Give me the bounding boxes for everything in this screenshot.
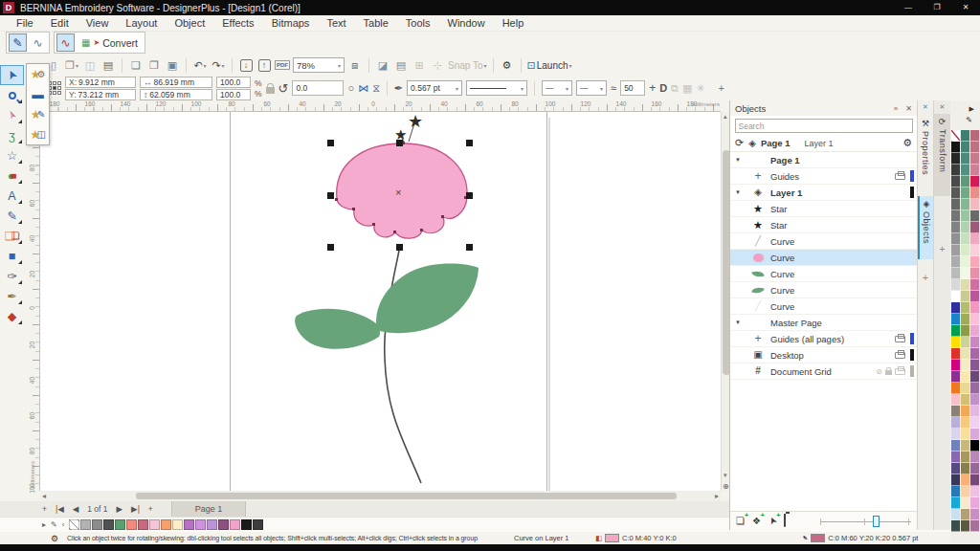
palette-swatch[interactable] xyxy=(961,256,969,268)
palette-swatch[interactable] xyxy=(970,165,979,176)
object-row-guides-all-pages-[interactable]: +Guides (all pages) xyxy=(730,331,917,347)
palette-swatch[interactable] xyxy=(951,268,960,279)
mirror-horizontal-button[interactable]: ⋈ xyxy=(358,83,368,94)
palette-swatch[interactable] xyxy=(951,176,960,187)
menu-window[interactable]: Window xyxy=(439,16,494,30)
object-row-curve[interactable]: Curve xyxy=(730,282,917,298)
palette-swatch[interactable] xyxy=(951,165,960,176)
fit-page-button[interactable]: ⧈ xyxy=(347,56,363,74)
outline-color-swatch[interactable] xyxy=(811,534,825,542)
expand-arrow-icon[interactable]: ▼ xyxy=(730,320,746,325)
palette-swatch[interactable] xyxy=(951,142,960,153)
palette-swatch[interactable] xyxy=(961,165,969,176)
add-docker-button[interactable]: + xyxy=(934,244,950,254)
palette-swatch[interactable] xyxy=(184,519,194,530)
palette-swatch[interactable] xyxy=(970,233,979,245)
palette-swatch[interactable] xyxy=(970,497,979,509)
object-row-document-grid[interactable]: #Document Grid⊘ xyxy=(730,364,917,380)
palette-swatch[interactable] xyxy=(149,519,160,530)
objects-search-input[interactable] xyxy=(735,119,913,133)
palette-swatch[interactable] xyxy=(961,153,969,165)
layer-color-bar[interactable] xyxy=(910,170,914,182)
object-width-field[interactable]: ↔86.919 mm xyxy=(140,77,212,88)
line-style-combo[interactable]: ▾ xyxy=(466,80,527,96)
palette-swatch[interactable] xyxy=(970,509,979,520)
palette-swatch[interactable] xyxy=(951,245,960,256)
convert-button[interactable]: ▦➤Convert xyxy=(77,33,143,52)
export-button[interactable]: ↑ xyxy=(256,56,272,74)
prev-page-button[interactable]: ◀ xyxy=(73,504,79,514)
opacity-slider[interactable] xyxy=(820,515,911,528)
last-page-button[interactable]: ▶| xyxy=(131,504,140,514)
mirror-vertical-button[interactable]: ⧖ xyxy=(372,83,380,94)
scale-x-field[interactable]: 100.0 xyxy=(216,77,251,88)
shapes-tool[interactable]: ●■ xyxy=(0,165,24,186)
palette-swatch[interactable] xyxy=(961,291,969,302)
snap-to-dropdown[interactable]: Snap To▾ xyxy=(448,56,487,74)
palette-swatch[interactable] xyxy=(161,519,171,530)
palette-swatch[interactable] xyxy=(207,519,217,530)
tab-objects[interactable]: ◈ Objects xyxy=(918,196,933,259)
new-object-button[interactable]: ➤+ xyxy=(768,516,776,526)
palette-swatch[interactable] xyxy=(951,520,960,532)
delete-button[interactable] xyxy=(784,516,786,526)
curve-node[interactable] xyxy=(352,208,355,210)
palette-swatch[interactable] xyxy=(92,519,102,530)
palette-flyout-icon[interactable]: ▸ xyxy=(42,520,46,529)
horizontal-scrollbar[interactable]: ◂ ▸ xyxy=(40,491,721,501)
expand-arrow-icon[interactable]: ▼ xyxy=(730,157,746,163)
palette-swatch[interactable] xyxy=(970,279,979,291)
lock-icon[interactable] xyxy=(885,370,892,375)
y-position-field[interactable]: Y:73.212 mm xyxy=(65,89,136,100)
palette-swatch[interactable] xyxy=(970,256,979,268)
digitize-tool[interactable]: ★✎ xyxy=(27,104,49,124)
palette-swatch[interactable] xyxy=(970,417,979,429)
fill-color-swatch[interactable] xyxy=(605,534,619,542)
palette-swatch[interactable] xyxy=(138,519,148,530)
palette-swatch[interactable] xyxy=(961,394,969,406)
palette-swatch[interactable] xyxy=(970,176,979,187)
view-multipage-button[interactable]: ▤ xyxy=(393,56,409,74)
palette-swatch[interactable] xyxy=(951,440,960,452)
snap-button[interactable]: ⊹ xyxy=(430,56,445,74)
horizontal-ruler[interactable]: millimeters18016014012010080604020020406… xyxy=(40,100,721,112)
palette-swatch[interactable] xyxy=(961,130,969,142)
rectangle-tool[interactable]: ■ xyxy=(0,246,24,266)
page-flip-icon[interactable]: ⟳ xyxy=(735,138,744,148)
palette-swatch[interactable] xyxy=(961,360,969,371)
lock-ratio-toggle[interactable] xyxy=(266,87,275,94)
palette-swatch[interactable] xyxy=(970,187,979,199)
star-shape[interactable]: ★ xyxy=(408,113,423,130)
first-page-button[interactable]: |◀ xyxy=(56,504,64,514)
palette-swatch[interactable] xyxy=(970,371,979,383)
object-row-star[interactable]: ★Star xyxy=(730,217,917,233)
palette-swatch[interactable] xyxy=(970,360,979,371)
tab-transform[interactable]: ⟳ Transform xyxy=(934,114,950,196)
palette-swatch[interactable] xyxy=(218,519,229,530)
palette-swatch[interactable] xyxy=(951,383,960,394)
layer-color-bar[interactable] xyxy=(910,333,914,344)
palette-eyedropper-icon[interactable]: ✎ xyxy=(51,520,57,529)
palette-swatch[interactable] xyxy=(961,520,969,532)
palette-swatch[interactable] xyxy=(951,222,960,233)
horizontal-scroll-thumb[interactable] xyxy=(136,493,677,499)
object-row-curve[interactable]: ╱Curve xyxy=(730,233,917,250)
palette-swatch[interactable] xyxy=(951,452,960,463)
close-button[interactable]: ✕ xyxy=(951,0,980,15)
layer-color-bar[interactable] xyxy=(910,349,914,361)
star-tool[interactable]: ☆ xyxy=(0,145,24,165)
palette-swatch[interactable] xyxy=(961,142,969,153)
objects-options-gear-icon[interactable]: ⚙ xyxy=(902,137,912,149)
menu-edit[interactable]: Edit xyxy=(42,16,78,30)
palette-swatch[interactable] xyxy=(951,210,960,222)
palette-swatch[interactable] xyxy=(961,187,969,199)
object-row-curve[interactable]: Curve xyxy=(730,250,917,266)
curve-node[interactable] xyxy=(441,215,444,218)
palette-swatch[interactable] xyxy=(961,325,969,337)
palette-swatch[interactable] xyxy=(961,348,969,360)
selection-handle[interactable] xyxy=(327,244,334,251)
eye-off-icon[interactable]: ⊘ xyxy=(876,367,882,376)
status-options-icon[interactable]: ⚙ xyxy=(51,534,58,543)
curve-node[interactable] xyxy=(372,223,375,226)
palette-swatch[interactable] xyxy=(951,199,960,210)
